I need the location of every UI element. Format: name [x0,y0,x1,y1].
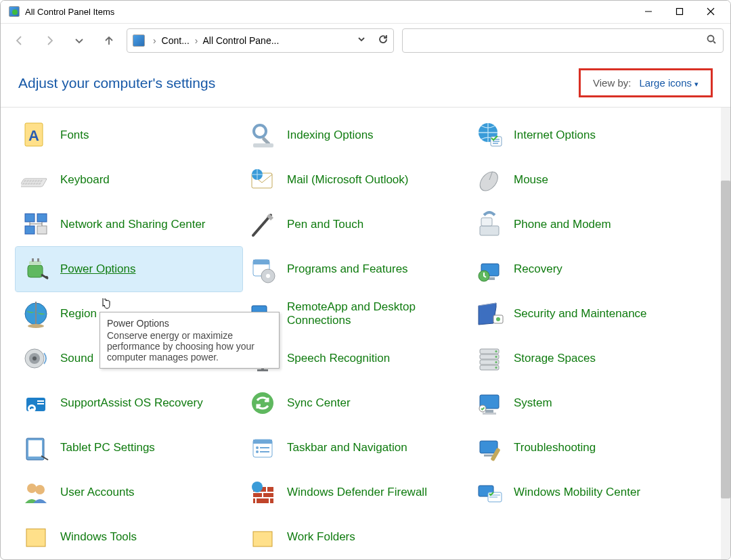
cp-item-label: Region [60,307,97,321]
svg-rect-84 [484,454,493,457]
cp-item-label: Pen and Touch [287,218,363,231]
view-by-dropdown[interactable]: Large icons▾ [639,77,699,89]
breadcrumb[interactable]: › Cont... › All Control Pane... [150,35,279,46]
cp-item-tablet[interactable]: Tablet PC Settings [16,425,242,470]
control-panel-icon-small [133,34,145,47]
cp-item-system[interactable]: System [469,381,696,425]
svg-point-86 [27,484,37,493]
svg-point-26 [477,172,500,191]
vertical-scrollbar[interactable] [721,108,730,559]
cp-item-supportassist[interactable]: SupportAssist OS Recovery [16,381,242,425]
cp-item-sync[interactable]: Sync Center [242,381,469,425]
cp-item-label: Storage Spaces [514,352,596,365]
cp-item-network[interactable]: Network and Sharing Center [16,202,242,247]
svg-point-51 [496,317,500,321]
cp-item-pen[interactable]: Pen and Touch [242,202,469,247]
cp-item-internet[interactable]: Internet Options [469,113,696,158]
region-icon [21,299,51,329]
refresh-icon[interactable] [378,34,388,46]
tooltip-body: Conserve energy or maximize performance … [107,330,272,363]
cp-item-users[interactable]: User Accounts [16,470,242,515]
svg-rect-78 [253,440,272,444]
internet-icon [474,120,504,150]
cp-item-label: Programs and Features [287,262,408,276]
svg-point-61 [495,356,497,358]
svg-rect-34 [29,261,41,265]
svg-text:A: A [28,127,39,144]
control-panel-icon [9,6,20,17]
firewall-icon [248,477,278,507]
svg-point-54 [32,356,37,360]
cp-item-wintools[interactable]: Windows Tools [16,515,242,559]
cp-item-workfolders[interactable]: Work Folders [242,515,469,559]
svg-rect-39 [253,260,269,264]
svg-rect-27 [25,214,35,222]
cp-item-label: Sync Center [287,396,351,410]
cp-item-power[interactable]: Power Options [16,247,242,291]
keyboard-icon [21,165,51,195]
cp-item-troubleshoot[interactable]: Troubleshooting [469,425,696,470]
cp-item-label: Network and Sharing Center [60,218,206,231]
cp-item-firewall[interactable]: Windows Defender Firewall [242,470,469,515]
cp-item-label: Security and Maintenance [514,307,647,321]
search-input[interactable] [409,35,707,46]
forward-button[interactable] [37,28,62,53]
cp-item-mouse[interactable]: Mouse [469,158,696,202]
svg-rect-92 [26,529,45,546]
maximize-button[interactable] [664,1,695,23]
page-title: Adjust your computer's settings [18,75,215,91]
window-title: All Control Panel Items [25,7,633,17]
cp-item-indexing[interactable]: Indexing Options [242,113,469,158]
scrollbar-thumb[interactable] [721,181,730,498]
cp-item-keyboard[interactable]: Keyboard [16,158,242,202]
cp-item-label: Mail (Microsoft Outlook) [287,173,408,187]
svg-rect-73 [483,413,496,415]
cp-item-phone[interactable]: Phone and Modem [469,202,696,247]
svg-rect-35 [32,258,34,262]
view-by-highlight: View by: Large icons▾ [579,68,713,97]
cp-item-security[interactable]: Security and Maintenance [469,291,696,336]
cp-item-mail[interactable]: Mail (Microsoft Outlook) [242,158,469,202]
recovery-icon [474,254,504,284]
security-icon [474,299,504,329]
pen-icon [248,210,278,239]
cp-item-taskbar[interactable]: Taskbar and Navigation [242,425,469,470]
search-icon[interactable] [707,34,716,46]
svg-point-81 [256,450,259,453]
cp-item-recovery[interactable]: Recovery [469,247,696,291]
cp-item-label: Internet Options [514,129,596,142]
troubleshoot-icon [474,433,504,463]
cp-item-mobility[interactable]: Windows Mobility Center [469,470,696,515]
search-box[interactable] [402,28,724,53]
cp-item-label: Mouse [514,173,548,187]
svg-rect-32 [481,218,492,226]
minimize-button[interactable] [633,1,664,23]
tooltip-title: Power Options [107,318,272,329]
network-icon [21,210,51,239]
breadcrumb-seg-2[interactable]: All Control Pane... [203,35,280,46]
back-button[interactable] [7,28,32,53]
svg-point-65 [495,367,497,369]
svg-rect-28 [37,214,47,222]
svg-point-59 [495,350,497,352]
svg-rect-36 [37,258,39,262]
up-button[interactable] [97,28,121,53]
view-by-label: View by: [593,77,631,89]
cp-item-storage[interactable]: Storage Spaces [469,336,696,381]
cp-item-fonts[interactable]: AFonts [16,113,242,158]
indexing-icon [248,120,278,150]
cp-item-programs[interactable]: Programs and Features [242,247,469,291]
history-dropdown[interactable] [67,28,91,53]
workfolders-icon [248,522,278,552]
mail-icon [248,165,278,195]
cp-item-label: Fonts [60,129,89,142]
svg-rect-82 [260,451,269,452]
address-bar[interactable]: › Cont... › All Control Pane... [127,28,394,53]
svg-rect-31 [480,226,499,235]
fonts-icon: A [21,120,51,150]
close-button[interactable] [695,1,726,23]
address-dropdown-icon[interactable] [357,34,366,46]
breadcrumb-seg-1[interactable]: Cont... [162,35,190,46]
phone-icon [474,210,504,239]
cp-item-label: Taskbar and Navigation [287,441,407,454]
